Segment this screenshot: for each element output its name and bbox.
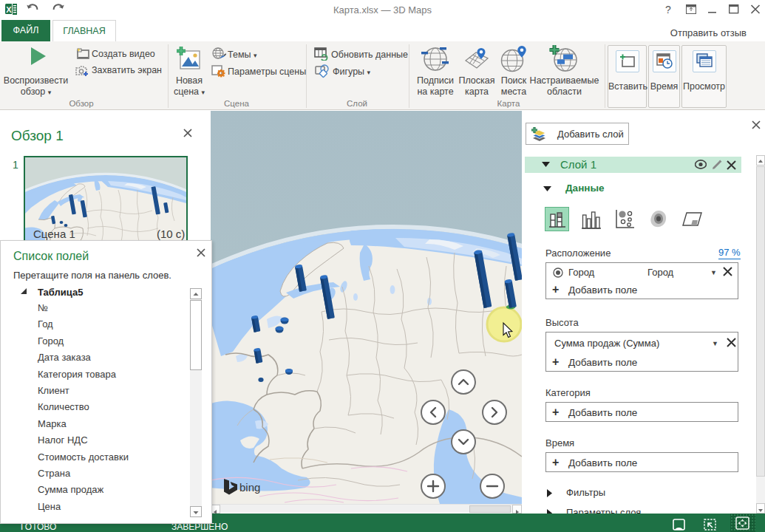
svg-text:bing: bing: [239, 481, 260, 494]
svg-text:Сцена 1: Сцена 1: [33, 228, 75, 240]
svg-text:(10 с): (10 с): [157, 228, 185, 240]
